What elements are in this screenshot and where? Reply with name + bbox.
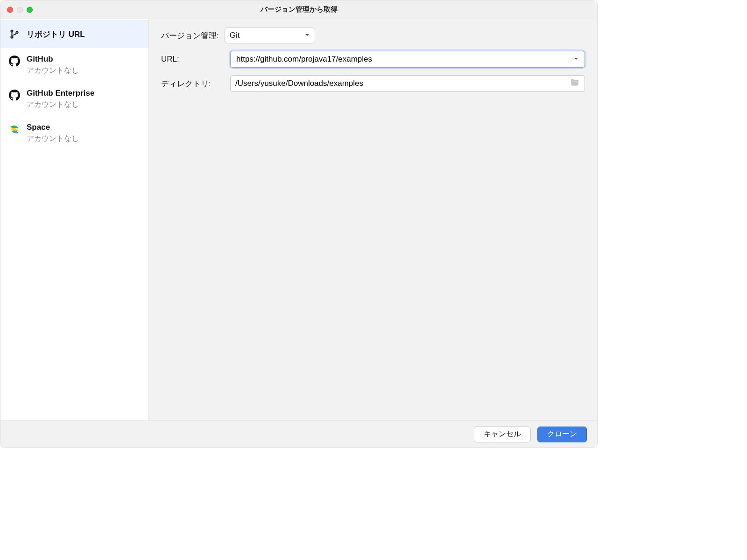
close-window-button[interactable] bbox=[7, 7, 13, 13]
zoom-window-button[interactable] bbox=[27, 7, 33, 13]
directory-input[interactable] bbox=[235, 79, 570, 88]
chevron-down-icon bbox=[304, 31, 310, 40]
sidebar-item-label: GitHub Enterprise bbox=[27, 89, 94, 98]
sidebar-item-github-enterprise[interactable]: GitHub Enterprise アカウントなし bbox=[0, 82, 148, 116]
sidebar-item-subtitle: アカウントなし bbox=[27, 66, 79, 76]
sidebar-item-label: Space bbox=[27, 123, 79, 132]
url-input[interactable] bbox=[231, 51, 567, 67]
cancel-button-label: キャンセル bbox=[484, 429, 521, 439]
clone-button[interactable]: クローン bbox=[537, 427, 587, 442]
window-controls bbox=[7, 7, 33, 13]
sidebar-item-space[interactable]: Space アカウントなし bbox=[0, 116, 148, 150]
vcs-select-value: Git bbox=[230, 31, 240, 40]
url-label: URL: bbox=[161, 55, 179, 64]
main-panel: バージョン管理: Git URL: ディレクトリ: bbox=[149, 19, 597, 420]
chevron-down-icon bbox=[573, 55, 579, 63]
sidebar-item-subtitle: アカウントなし bbox=[27, 100, 94, 110]
url-history-button[interactable] bbox=[567, 51, 585, 67]
sidebar-item-repository-url[interactable]: リポジトリ URL bbox=[0, 20, 148, 48]
cancel-button[interactable]: キャンセル bbox=[474, 427, 531, 442]
vcs-select[interactable]: Git bbox=[225, 28, 315, 43]
browse-folder-button[interactable] bbox=[570, 77, 580, 90]
space-icon bbox=[9, 124, 20, 135]
window-title: バージョン管理から取得 bbox=[0, 5, 597, 14]
sidebar-item-subtitle: アカウントなし bbox=[27, 134, 79, 144]
vcs-label: バージョン管理: bbox=[161, 30, 219, 41]
github-icon bbox=[9, 90, 20, 101]
clone-button-label: クローン bbox=[547, 429, 577, 439]
dialog-footer: キャンセル クローン bbox=[0, 420, 597, 448]
titlebar: バージョン管理から取得 bbox=[0, 0, 597, 19]
branch-icon bbox=[9, 28, 20, 40]
url-field-wrap bbox=[230, 51, 585, 68]
sidebar-item-label: GitHub bbox=[27, 55, 79, 64]
github-icon bbox=[9, 56, 20, 67]
minimize-window-button[interactable] bbox=[17, 7, 23, 13]
directory-field-wrap bbox=[230, 75, 585, 92]
sidebar: リポジトリ URL GitHub アカウントなし GitHub Enterpri bbox=[0, 19, 149, 420]
directory-label: ディレクトリ: bbox=[161, 78, 211, 89]
sidebar-item-github[interactable]: GitHub アカウントなし bbox=[0, 48, 148, 82]
sidebar-item-label: リポジトリ URL bbox=[27, 29, 85, 40]
